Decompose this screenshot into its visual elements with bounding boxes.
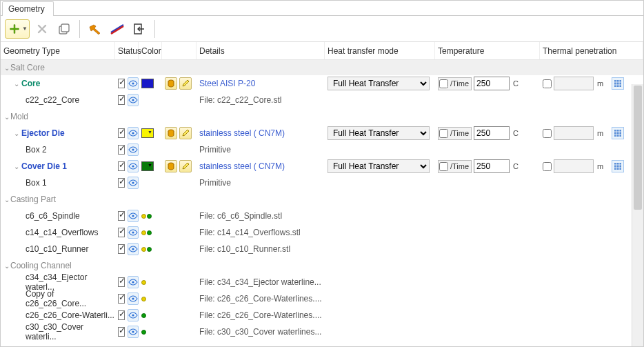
visible-checkbox[interactable]	[118, 178, 125, 188]
eye-button[interactable]	[128, 226, 139, 239]
group-cooling[interactable]: ⌄Cooling Channel	[1, 257, 643, 274]
temp-input[interactable]	[474, 159, 510, 173]
col-pen[interactable]: Thermal penetration	[540, 42, 643, 59]
visible-checkbox[interactable]	[118, 327, 125, 337]
calc-button[interactable]	[612, 160, 624, 172]
add-button[interactable]: ▼	[5, 19, 30, 39]
tool-hammer-button[interactable]	[85, 19, 105, 39]
node-label[interactable]: c6_c6_Spindle	[24, 211, 80, 221]
visible-checkbox[interactable]	[118, 277, 125, 287]
col-heat[interactable]: Heat transfer mode	[325, 42, 435, 59]
eye-button[interactable]	[128, 309, 139, 321]
node-label[interactable]: Ejector Die	[20, 128, 65, 138]
chevron-down-icon[interactable]: ⌄	[13, 130, 20, 137]
node-label[interactable]: Box 1	[24, 178, 47, 188]
node-label[interactable]: c30_c30_Cover waterli...	[24, 322, 115, 341]
heat-select[interactable]: Full Heat Transfer	[328, 159, 430, 173]
eye-button[interactable]	[128, 210, 139, 222]
eye-button[interactable]	[128, 293, 139, 305]
status-dot	[141, 280, 146, 285]
node-label[interactable]: c26_c26_Core-Waterli...	[24, 310, 114, 320]
time-toggle[interactable]: /Time	[438, 127, 472, 140]
edit-button[interactable]	[179, 160, 192, 172]
visible-checkbox[interactable]	[118, 294, 125, 304]
col-temp[interactable]: Temperature	[435, 42, 540, 59]
eye-button[interactable]	[128, 94, 139, 106]
pen-unit: m	[597, 79, 603, 88]
temp-input[interactable]	[474, 77, 510, 90]
node-label[interactable]: Box 2	[24, 145, 47, 155]
node-label[interactable]: Copy of c26_c26_Core...	[24, 289, 115, 308]
eye-button[interactable]	[128, 326, 139, 338]
db-button[interactable]	[165, 127, 177, 139]
eye-button[interactable]	[128, 243, 139, 255]
edit-button[interactable]	[179, 77, 192, 90]
tab-geometry[interactable]: Geometry	[2, 1, 54, 16]
heat-select[interactable]: Full Heat Transfer	[328, 77, 430, 90]
eye-button[interactable]	[128, 160, 139, 172]
tool-lines-button[interactable]	[108, 19, 127, 39]
delete-button[interactable]	[32, 19, 52, 39]
calc-button[interactable]	[612, 77, 624, 90]
color-swatch[interactable]: ▼	[141, 161, 154, 171]
detail-link[interactable]: stainless steel ( CN7M)	[199, 161, 285, 171]
col-details[interactable]: Details	[197, 42, 325, 59]
db-button[interactable]	[165, 160, 177, 172]
time-toggle[interactable]: /Time	[438, 160, 472, 173]
visible-checkbox[interactable]	[118, 128, 125, 138]
svg-rect-1	[61, 24, 69, 32]
visible-checkbox[interactable]	[118, 211, 125, 221]
color-swatch[interactable]	[141, 79, 154, 88]
node-label[interactable]: c10_c10_Runner	[24, 244, 88, 254]
eye-button[interactable]	[128, 127, 139, 139]
row-box1: Box 1 Primitive	[1, 175, 643, 191]
col-color[interactable]: Color	[139, 42, 162, 59]
node-label[interactable]: Cover Die 1	[20, 161, 67, 171]
pen-checkbox[interactable]	[543, 79, 552, 88]
edit-button[interactable]	[179, 127, 192, 139]
time-toggle[interactable]: /Time	[438, 77, 472, 90]
eye-button[interactable]	[128, 276, 139, 288]
visible-checkbox[interactable]	[118, 161, 125, 171]
temp-input[interactable]	[474, 126, 510, 140]
eye-button[interactable]	[128, 77, 139, 90]
chevron-down-icon[interactable]: ⌄	[13, 80, 20, 88]
node-label[interactable]: c14_c14_Overflows	[24, 228, 98, 237]
visible-checkbox[interactable]	[118, 244, 125, 254]
group-saltcore[interactable]: ⌄ Salt Core	[1, 60, 643, 75]
detail-link[interactable]: Steel AISI P-20	[199, 79, 255, 88]
svg-point-11	[132, 165, 134, 167]
pen-checkbox[interactable]	[543, 162, 552, 171]
svg-point-15	[132, 215, 134, 217]
group-casting[interactable]: ⌄Casting Part	[1, 191, 643, 208]
scrollbar[interactable]	[632, 84, 643, 347]
node-label[interactable]: c22_c22_Core	[24, 95, 79, 105]
node-label[interactable]: Core	[20, 79, 40, 88]
pen-checkbox[interactable]	[543, 129, 552, 138]
visible-checkbox[interactable]	[118, 79, 125, 88]
heat-select[interactable]: Full Heat Transfer	[328, 126, 430, 140]
col-status[interactable]: Status	[115, 42, 139, 59]
chevron-down-icon[interactable]: ⌄	[13, 163, 20, 170]
visible-checkbox[interactable]	[118, 145, 125, 155]
scroll-thumb[interactable]	[634, 86, 642, 210]
visible-checkbox[interactable]	[118, 95, 125, 105]
time-checkbox[interactable]	[439, 79, 448, 88]
tool-import-button[interactable]	[130, 19, 149, 39]
pencil-icon	[181, 129, 190, 137]
svg-point-3	[132, 82, 134, 84]
db-button[interactable]	[165, 77, 177, 90]
eye-button[interactable]	[128, 177, 139, 189]
detail-link[interactable]: stainless steel ( CN7M)	[199, 128, 285, 138]
col-type[interactable]: Geometry Type	[1, 42, 115, 59]
visible-checkbox[interactable]	[118, 310, 125, 320]
copy-button[interactable]	[54, 19, 74, 39]
visible-checkbox[interactable]	[118, 228, 125, 237]
time-checkbox[interactable]	[439, 162, 448, 171]
db-icon	[167, 79, 175, 88]
calc-button[interactable]	[612, 127, 624, 139]
eye-button[interactable]	[128, 143, 139, 156]
time-checkbox[interactable]	[439, 129, 448, 138]
color-swatch[interactable]: ▼	[141, 128, 154, 138]
group-mold[interactable]: ⌄Mold	[1, 108, 643, 125]
